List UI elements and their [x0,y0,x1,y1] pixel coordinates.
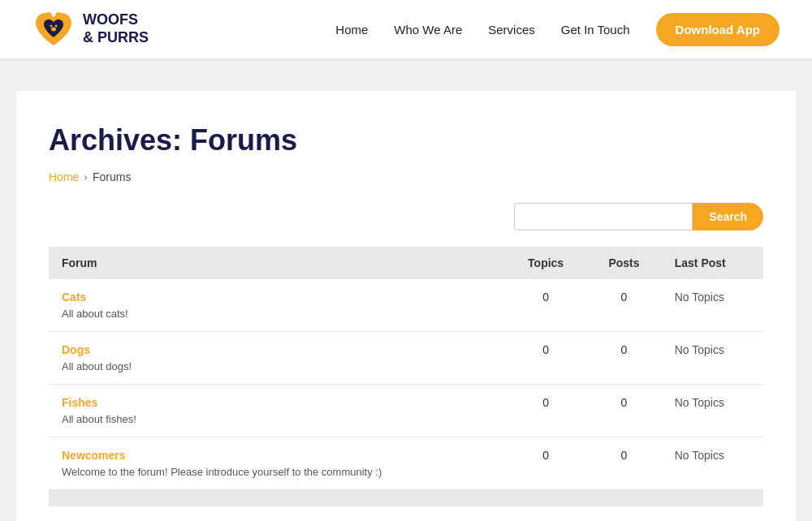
forum-cell: NewcomersWelcome to the forum! Please in… [49,437,505,490]
nav-home[interactable]: Home [335,23,368,37]
last-post-cell: No Topics [662,385,763,437]
posts-cell: 0 [586,332,661,385]
forum-name-link[interactable]: Newcomers [62,449,492,462]
topics-cell: 0 [505,385,586,437]
posts-cell: 0 [586,437,661,490]
table-header: Forum Topics Posts Last Post [49,247,763,279]
col-topics: Topics [505,247,586,279]
breadcrumb-home[interactable]: Home [49,170,79,183]
breadcrumb-current: Forums [93,170,131,183]
page-title: Archives: Forums [49,123,763,157]
nav-services[interactable]: Services [488,23,535,37]
last-post-cell: No Topics [662,279,763,332]
nav-get-in-touch[interactable]: Get In Touch [561,23,630,37]
topics-cell: 0 [505,279,586,332]
topics-cell: 0 [505,437,586,490]
forum-name-link[interactable]: Cats [62,291,492,304]
forum-cell: FishesAll about fishes! [49,385,505,437]
table-footer [49,490,763,507]
search-area: Search [49,203,763,230]
download-app-button[interactable]: Download App [656,13,780,46]
svg-point-3 [55,25,58,28]
table-footer-row [49,490,763,507]
svg-point-0 [45,12,52,20]
last-post-cell: No Topics [662,332,763,385]
table-row: CatsAll about cats!00No Topics [49,279,763,332]
svg-point-4 [51,28,56,32]
topics-cell: 0 [505,332,586,385]
col-posts: Posts [586,247,661,279]
forums-table: Forum Topics Posts Last Post CatsAll abo… [49,247,763,506]
table-row: FishesAll about fishes!00No Topics [49,385,763,437]
forum-name-link[interactable]: Dogs [62,343,492,356]
breadcrumb: Home › Forums [49,170,763,183]
logo: WOOFS & PURRS [32,8,149,50]
table-header-row: Forum Topics Posts Last Post [49,247,763,279]
forum-name-link[interactable]: Fishes [62,396,492,409]
table-body: CatsAll about cats!00No TopicsDogsAll ab… [49,279,763,490]
search-button[interactable]: Search [693,203,763,230]
forum-cell: DogsAll about dogs! [49,332,505,385]
col-forum: Forum [49,247,505,279]
breadcrumb-separator: › [84,170,88,183]
main-nav: Home Who We Are Services Get In Touch Do… [335,13,780,46]
svg-point-2 [50,25,53,28]
logo-icon [32,8,75,50]
col-last-post: Last Post [662,247,763,279]
forum-cell: CatsAll about cats! [49,279,505,332]
logo-line1: WOOFS [83,11,149,29]
posts-cell: 0 [586,279,661,332]
forum-description: All about fishes! [62,413,136,425]
forum-description: Welcome to the forum! Please introduce y… [62,466,382,478]
posts-cell: 0 [586,385,661,437]
svg-point-1 [55,12,62,20]
search-input[interactable] [514,203,693,230]
table-row: NewcomersWelcome to the forum! Please in… [49,437,763,490]
forum-description: All about dogs! [62,360,132,372]
nav-who-we-are[interactable]: Who We Are [394,23,462,37]
table-row: DogsAll about dogs!00No Topics [49,332,763,385]
forum-description: All about cats! [62,308,128,320]
content-card: Archives: Forums Home › Forums Search Fo… [16,91,796,521]
last-post-cell: No Topics [662,437,763,490]
logo-line2: & PURRS [83,29,149,47]
site-header: WOOFS & PURRS Home Who We Are Services G… [0,0,812,58]
page-wrapper: Archives: Forums Home › Forums Search Fo… [0,58,812,521]
